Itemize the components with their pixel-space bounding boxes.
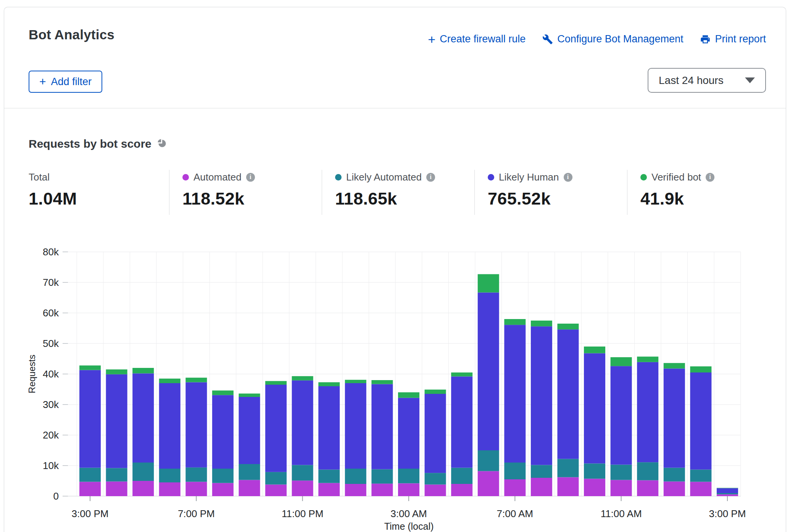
bar-segment[interactable] xyxy=(690,372,711,469)
info-icon[interactable]: i xyxy=(564,173,572,182)
bar-segment[interactable] xyxy=(265,381,287,385)
bar-segment[interactable] xyxy=(159,379,181,383)
bar-segment[interactable] xyxy=(504,325,526,463)
bar-segment[interactable] xyxy=(239,464,260,480)
bar-segment[interactable] xyxy=(132,368,154,373)
bar-segment[interactable] xyxy=(212,395,234,469)
bar-segment[interactable] xyxy=(79,366,101,370)
bar-segment[interactable] xyxy=(451,376,472,468)
bar-segment[interactable] xyxy=(159,383,181,469)
bar-segment[interactable] xyxy=(557,459,579,477)
bar-segment[interactable] xyxy=(132,481,154,496)
bar-segment[interactable] xyxy=(451,468,472,484)
bar-segment[interactable] xyxy=(292,465,313,480)
bar-segment[interactable] xyxy=(478,292,499,450)
bar-segment[interactable] xyxy=(212,469,234,483)
bar-segment[interactable] xyxy=(478,274,499,292)
bar-segment[interactable] xyxy=(106,468,127,481)
bar-segment[interactable] xyxy=(425,394,446,473)
bar-segment[interactable] xyxy=(611,465,632,480)
bar-segment[interactable] xyxy=(451,484,472,496)
bar-segment[interactable] xyxy=(664,363,685,368)
create-firewall-rule-link[interactable]: + Create firewall rule xyxy=(428,33,526,45)
bar-segment[interactable] xyxy=(531,321,552,326)
bar-segment[interactable] xyxy=(265,485,287,496)
bar-segment[interactable] xyxy=(265,472,287,485)
bar-segment[interactable] xyxy=(239,397,260,464)
bar-segment[interactable] xyxy=(318,483,340,496)
bar-segment[interactable] xyxy=(717,488,738,493)
bar-segment[interactable] xyxy=(265,385,287,472)
bar-segment[interactable] xyxy=(159,482,181,496)
bar-segment[interactable] xyxy=(345,383,366,469)
info-icon[interactable]: i xyxy=(246,173,255,182)
bar-segment[interactable] xyxy=(318,382,340,386)
bar-segment[interactable] xyxy=(664,468,685,482)
bar-segment[interactable] xyxy=(132,373,154,463)
bar-segment[interactable] xyxy=(478,450,499,471)
bar-segment[interactable] xyxy=(106,369,127,374)
bar-segment[interactable] xyxy=(212,483,234,496)
bar-segment[interactable] xyxy=(504,319,526,325)
bar-segment[interactable] xyxy=(451,372,472,376)
info-icon[interactable]: i xyxy=(426,173,435,182)
bar-segment[interactable] xyxy=(318,386,340,469)
bar-segment[interactable] xyxy=(637,356,658,362)
bar-segment[interactable] xyxy=(425,473,446,484)
bar-segment[interactable] xyxy=(557,477,579,496)
bar-segment[interactable] xyxy=(185,382,207,468)
bar-segment[interactable] xyxy=(79,482,101,496)
bar-segment[interactable] xyxy=(212,390,234,395)
bar-segment[interactable] xyxy=(557,329,579,459)
add-filter-button[interactable]: + Add filter xyxy=(29,71,102,93)
bar-segment[interactable] xyxy=(611,366,632,464)
bar-segment[interactable] xyxy=(106,482,127,496)
bar-segment[interactable] xyxy=(690,366,711,372)
info-icon[interactable]: i xyxy=(706,173,714,182)
bar-segment[interactable] xyxy=(398,483,419,496)
bar-segment[interactable] xyxy=(398,398,419,469)
bar-segment[interactable] xyxy=(79,370,101,468)
bar-segment[interactable] xyxy=(371,484,393,496)
bar-segment[interactable] xyxy=(690,469,711,482)
bar-segment[interactable] xyxy=(292,376,313,380)
bar-segment[interactable] xyxy=(504,463,526,479)
bar-segment[interactable] xyxy=(504,479,526,496)
bar-segment[interactable] xyxy=(185,378,207,382)
bar-segment[interactable] xyxy=(345,380,366,383)
bar-segment[interactable] xyxy=(557,324,579,329)
bar-segment[interactable] xyxy=(531,465,552,478)
bar-segment[interactable] xyxy=(584,347,605,353)
bar-segment[interactable] xyxy=(398,392,419,398)
bar-segment[interactable] xyxy=(239,393,260,397)
bar-segment[interactable] xyxy=(584,479,605,496)
bar-segment[interactable] xyxy=(371,384,393,469)
bar-segment[interactable] xyxy=(584,463,605,479)
bar-segment[interactable] xyxy=(345,469,366,484)
bar-segment[interactable] xyxy=(185,468,207,482)
time-range-select[interactable]: Last 24 hours xyxy=(648,68,766,93)
bar-segment[interactable] xyxy=(345,484,366,496)
bar-segment[interactable] xyxy=(637,462,658,480)
bar-segment[interactable] xyxy=(425,485,446,496)
bar-segment[interactable] xyxy=(717,494,738,496)
bar-segment[interactable] xyxy=(185,482,207,496)
bar-segment[interactable] xyxy=(717,488,738,488)
bar-segment[interactable] xyxy=(371,469,393,484)
bar-segment[interactable] xyxy=(318,469,340,483)
print-report-link[interactable]: Print report xyxy=(700,33,766,45)
bar-segment[interactable] xyxy=(292,480,313,496)
bar-segment[interactable] xyxy=(159,469,181,482)
bar-segment[interactable] xyxy=(106,374,127,468)
bar-segment[interactable] xyxy=(425,390,446,394)
bar-segment[interactable] xyxy=(531,478,552,496)
bar-segment[interactable] xyxy=(637,362,658,462)
bar-segment[interactable] xyxy=(478,471,499,496)
bar-segment[interactable] xyxy=(611,480,632,496)
bar-segment[interactable] xyxy=(717,493,738,494)
configure-bot-management-link[interactable]: Configure Bot Management xyxy=(542,33,683,45)
bar-segment[interactable] xyxy=(79,468,101,482)
bar-segment[interactable] xyxy=(292,380,313,465)
bar-segment[interactable] xyxy=(371,380,393,384)
bar-segment[interactable] xyxy=(611,357,632,366)
